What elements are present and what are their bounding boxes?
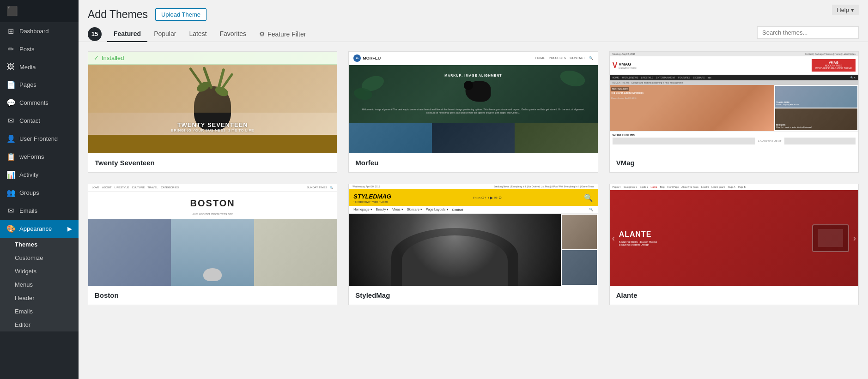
styledmag-date-bar: Wednesday, April 20, 2016 Breaking News … [349, 184, 597, 189]
sidebar-item-contact[interactable]: ✉ Contact [0, 112, 79, 130]
theme-screenshot: ib MORFEU HOME PROJECTS CONTACT 🔍 [349, 52, 597, 153]
sidebar-item-media[interactable]: 🖼 Media [0, 58, 79, 76]
morfeu-nav-links: HOME PROJECTS CONTACT 🔍 [535, 56, 593, 60]
sidebar-item-posts[interactable]: ✏ Posts [0, 40, 79, 58]
alante-next-icon[interactable]: › [853, 233, 856, 243]
appearance-submenu: Themes Customize Widgets Menus Header Em… [0, 238, 79, 331]
sidebar-item-activity[interactable]: 📊 Activity [0, 166, 79, 184]
morfeu-thumb-1 [349, 123, 431, 153]
search-themes-wrapper [757, 26, 859, 42]
vmag-news-placeholder-1 [613, 138, 755, 144]
vmag-news-placeholder-2 [784, 138, 856, 144]
theme-preview-boston: LOVE ABOUT LIFESTYLE CULTURE TRAVEL CATE… [88, 184, 337, 286]
theme-screenshot: Wednesday, April 20, 2016 Breaking News … [349, 184, 597, 286]
styledmag-logo: STYLEDMAG [353, 193, 391, 200]
pages-icon: 📄 [6, 80, 15, 89]
user-frontend-icon: 👤 [6, 134, 15, 143]
alante-prev-icon[interactable]: ‹ [612, 233, 615, 243]
sidebar-sub-menus[interactable]: Menus [0, 278, 79, 291]
theme-card-name: VMag [610, 153, 858, 172]
sidebar-item-dashboard[interactable]: ⊞ Dashboard [0, 22, 79, 40]
sidebar-item-emails[interactable]: ✉ Emails [0, 202, 79, 220]
help-label: Help [837, 6, 849, 13]
sidebar-item-label: Emails [19, 207, 37, 214]
tab-favorites[interactable]: Favorites [213, 26, 253, 42]
alante-device-screen [818, 229, 843, 247]
sidebar-item-comments[interactable]: 💬 Comments [0, 94, 79, 112]
vmag-world-news-content: ADVERTISEMENT [613, 138, 856, 144]
vmag-ad-box: VMAG MODERN FREE WORDPRESS MAGAZINE THEM… [812, 59, 856, 72]
theme-card-name: Twenty Seventeen [88, 153, 337, 172]
theme-preview-styledmag: Wednesday, April 20, 2016 Breaking News … [349, 184, 597, 286]
sidebar-item-groups[interactable]: 👥 Groups [0, 184, 79, 202]
appearance-icon: 🎨 [6, 224, 15, 233]
theme-card-name: Morfeu [349, 153, 597, 172]
vmag-hero-main: TECHNOLOGY Top Search Engine Strategies … [610, 85, 774, 131]
theme-card-name: Alante [610, 286, 858, 305]
comments-icon: 💬 [6, 98, 15, 107]
morfeu-thumb-3 [515, 123, 597, 153]
theme-card-vmag[interactable]: Monday, Aug 08, 2016 Contact | Package T… [609, 51, 859, 173]
sidebar-sub-emails[interactable]: Emails [0, 305, 79, 318]
alante-hero-sub2: Beautiful Modern Design [619, 243, 657, 246]
weforms-icon: 📋 [6, 152, 15, 161]
tab-popular[interactable]: Popular [147, 26, 182, 42]
sidebar-sub-header[interactable]: Header [0, 291, 79, 305]
vmag-side-1: TRAVEL GUIDEWhich Company Ask More? [775, 86, 857, 108]
theme-card-styledmag[interactable]: Wednesday, April 20, 2016 Breaking News … [348, 184, 598, 305]
search-themes-input[interactable] [757, 26, 859, 39]
sidebar-sub-customize[interactable]: Customize [0, 251, 79, 265]
vmag-world-news: WORLD NEWS ADVERTISEMENT [610, 131, 858, 146]
theme-screenshot: Pages ▾ Categories ▾ Depth ▾ Home Blog F… [610, 184, 858, 286]
theme-screenshot: LOVE ABOUT LIFESTYLE CULTURE TRAVEL CATE… [88, 184, 337, 286]
upload-theme-button[interactable]: Upload Theme [155, 8, 206, 21]
tab-feature-filter[interactable]: ⚙ Feature Filter [253, 27, 312, 42]
gear-icon: ⚙ [259, 30, 265, 38]
theme-preview-morfeu: ib MORFEU HOME PROJECTS CONTACT 🔍 [349, 52, 597, 153]
vmag-hero-section: TECHNOLOGY Top Search Engine Strategies … [610, 85, 858, 131]
theme-card-twenty-seventeen[interactable]: ✓ Installed TWE [88, 51, 337, 173]
sidebar-item-label: Comments [19, 99, 49, 106]
styledmag-search-icon: 🔍 [584, 193, 593, 202]
feature-filter-label: Feature Filter [267, 30, 306, 38]
vmag-nav: HOME WORLD NEWS LIFESTYLE ENTERTAINMENT … [610, 75, 858, 80]
posts-icon: ✏ [6, 45, 15, 54]
morfeu-hero: MARKUP: IMAGE ALIGNMENT Welcome to image… [349, 65, 597, 123]
boston-site-title: BOSTON [88, 192, 337, 212]
morfeu-hero-title: MARKUP: IMAGE ALIGNMENT [444, 74, 502, 77]
help-button[interactable]: Help ▾ [832, 5, 859, 15]
vmag-logo: V VMAG Magazine Theme [613, 61, 637, 70]
sidebar-item-appearance[interactable]: 🎨 Appearance ▶ [0, 220, 79, 238]
sidebar-item-pages[interactable]: 📄 Pages [0, 76, 79, 94]
morfeu-logo-circle: ib [353, 54, 361, 62]
theme-card-alante[interactable]: Pages ▾ Categories ▾ Depth ▾ Home Blog F… [609, 184, 859, 305]
sidebar-sub-themes[interactable]: Themes [0, 238, 79, 251]
styledmag-header-bar: STYLEDMAG • Responsive • Woo • Clean f t… [349, 189, 597, 206]
tab-latest[interactable]: Latest [182, 26, 213, 42]
sidebar-item-label: Groups [19, 189, 39, 196]
styledmag-side-1 [562, 215, 597, 249]
sidebar-sub-widgets[interactable]: Widgets [0, 265, 79, 278]
vmag-world-news-label: WORLD NEWS [613, 133, 856, 137]
tab-featured[interactable]: Featured [107, 26, 147, 42]
help-chevron-icon: ▾ [851, 6, 854, 13]
styledmag-main-image [349, 214, 560, 286]
checkmark-icon: ✓ [94, 54, 99, 61]
alante-brand-title: ALANTE [619, 230, 657, 239]
sidebar-item-user-frontend[interactable]: 👤 User Frontend [0, 130, 79, 148]
boston-thumb-1 [88, 219, 171, 286]
sidebar-sub-editor[interactable]: Editor [0, 318, 79, 331]
page-title: Add Themes [88, 8, 148, 21]
sidebar-item-label: Pages [19, 81, 36, 88]
theme-card-morfeu[interactable]: ib MORFEU HOME PROJECTS CONTACT 🔍 [348, 51, 598, 173]
theme-preview-twenty-seventeen: ✓ Installed TWE [88, 52, 337, 153]
vmag-header: V VMAG Magazine Theme VMAG MODERN FREE W… [610, 56, 858, 75]
vmag-logo-sub: Magazine Theme [619, 66, 637, 69]
boston-thumb-2 [171, 219, 254, 286]
styledmag-tagline: • Responsive • Woo • Clean [353, 200, 391, 203]
sidebar-item-weforms[interactable]: 📋 weForms [0, 148, 79, 166]
theme-preview-vmag: Monday, Aug 08, 2016 Contact | Package T… [610, 52, 858, 153]
theme-screenshot: TWENTY SEVENTEEN Bringing your business'… [88, 52, 337, 153]
theme-card-boston[interactable]: LOVE ABOUT LIFESTYLE CULTURE TRAVEL CATE… [88, 184, 337, 305]
emails-icon: ✉ [6, 206, 15, 215]
